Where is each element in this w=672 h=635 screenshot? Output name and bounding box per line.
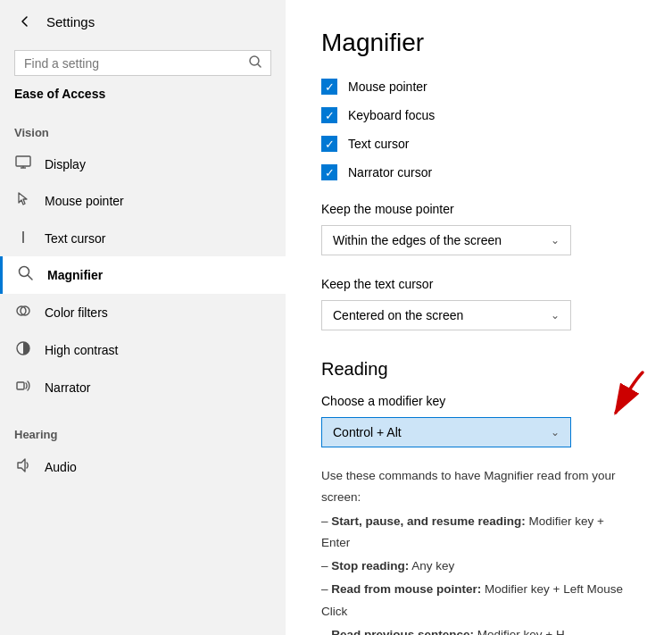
svg-marker-11	[18, 459, 25, 472]
checkmark-icon: ✓	[325, 81, 335, 93]
text-cursor-group: Keep the text cursor Centered on the scr…	[321, 277, 636, 330]
nav-audio[interactable]: Audio	[0, 448, 286, 486]
checkbox-text-cursor-box[interactable]: ✓	[321, 136, 337, 152]
commands-section: Use these commands to have Magnifier rea…	[321, 465, 636, 635]
text-cursor-icon: I	[14, 229, 32, 247]
checkbox-text-cursor: ✓ Text cursor	[321, 136, 636, 152]
audio-icon	[14, 457, 32, 477]
text-cursor-dropdown-value: Centered on the screen	[333, 308, 463, 322]
mouse-pointer-label: Mouse pointer	[45, 194, 124, 208]
color-filters-label: Color filters	[45, 305, 108, 320]
checkbox-keyboard-focus-label: Keyboard focus	[348, 108, 435, 122]
command-4: – Read previous sentence: Modifier key +…	[321, 624, 636, 635]
svg-line-1	[258, 64, 261, 67]
command-2-label: Stop reading:	[331, 559, 409, 572]
display-icon	[14, 155, 32, 173]
color-filters-icon	[14, 303, 32, 322]
high-contrast-label: High contrast	[45, 343, 118, 357]
mouse-pointer-group: Keep the mouse pointer Within the edges …	[321, 202, 636, 255]
mouse-pointer-icon	[14, 191, 32, 211]
sidebar-header: Settings	[0, 0, 286, 43]
svg-line-6	[28, 275, 32, 280]
mouse-pointer-dropdown-value: Within the edges of the screen	[333, 233, 502, 247]
checkbox-text-cursor-label: Text cursor	[348, 137, 409, 151]
vision-section-label: Vision	[0, 112, 286, 146]
svg-rect-10	[17, 382, 24, 389]
nav-mouse-pointer[interactable]: Mouse pointer	[0, 182, 286, 220]
command-2-value: Any key	[411, 559, 454, 572]
search-icon	[249, 55, 261, 71]
display-label: Display	[45, 157, 86, 171]
mouse-pointer-dropdown[interactable]: Within the edges of the screen ⌄	[321, 225, 571, 255]
svg-rect-2	[16, 156, 30, 166]
command-3: – Read from mouse pointer: Modifier key …	[321, 579, 636, 622]
text-cursor-label: Text cursor	[45, 231, 105, 246]
ease-of-access-label: Ease of Access	[0, 83, 286, 112]
back-button[interactable]	[14, 11, 36, 32]
checkbox-narrator-cursor-label: Narrator cursor	[348, 165, 432, 180]
checkbox-mouse-pointer-label: Mouse pointer	[348, 79, 427, 94]
search-box[interactable]	[14, 50, 271, 76]
page-title: Magnifier	[321, 29, 636, 57]
nav-high-contrast[interactable]: High contrast	[0, 331, 286, 369]
modifier-dropdown-value: Control + Alt	[333, 425, 402, 439]
audio-label: Audio	[45, 460, 77, 474]
mouse-pointer-dropdown-arrow: ⌄	[551, 234, 560, 246]
checkbox-keyboard-focus: ✓ Keyboard focus	[321, 107, 636, 123]
checkbox-narrator-cursor-box[interactable]: ✓	[321, 164, 337, 180]
nav-text-cursor[interactable]: I Text cursor	[0, 220, 286, 256]
command-1: – Start, pause, and resume reading: Modi…	[321, 511, 636, 555]
command-4-label: Read previous sentence:	[331, 628, 474, 635]
magnifier-icon	[17, 265, 35, 285]
checkbox-keyboard-focus-box[interactable]: ✓	[321, 107, 337, 123]
command-1-label: Start, pause, and resume reading:	[331, 514, 526, 528]
nav-magnifier[interactable]: Magnifier	[0, 256, 286, 294]
sidebar: Settings Ease of Access Vision Display	[0, 0, 286, 635]
modifier-dropdown-arrow: ⌄	[551, 426, 560, 439]
main-content: Magnifier ✓ Mouse pointer ✓ Keyboard foc…	[286, 0, 672, 635]
high-contrast-icon	[14, 340, 32, 360]
narrator-label: Narrator	[45, 380, 90, 395]
checkmark-icon: ✓	[325, 110, 335, 121]
checkmark-icon: ✓	[325, 138, 335, 150]
command-3-label: Read from mouse pointer:	[331, 582, 481, 596]
modifier-section: Choose a modifier key Control + Alt ⌄	[321, 394, 636, 447]
text-cursor-dropdown[interactable]: Centered on the screen ⌄	[321, 300, 571, 330]
checkbox-mouse-pointer: ✓ Mouse pointer	[321, 79, 636, 95]
checkbox-narrator-cursor: ✓ Narrator cursor	[321, 164, 636, 180]
narrator-icon	[14, 378, 32, 397]
command-2: – Stop reading: Any key	[321, 556, 636, 577]
magnifier-label: Magnifier	[47, 268, 103, 282]
nav-display[interactable]: Display	[0, 146, 286, 182]
red-arrow-indicator	[571, 363, 651, 426]
hearing-section-label: Hearing	[0, 414, 286, 448]
mouse-pointer-group-label: Keep the mouse pointer	[321, 202, 636, 216]
sidebar-title: Settings	[46, 14, 95, 29]
commands-intro: Use these commands to have Magnifier rea…	[321, 465, 636, 509]
search-input[interactable]	[24, 56, 242, 71]
command-4-value: Modifier key + H	[477, 628, 565, 635]
text-cursor-dropdown-arrow: ⌄	[551, 309, 560, 322]
checkmark-icon: ✓	[325, 167, 335, 179]
checkbox-mouse-pointer-box[interactable]: ✓	[321, 79, 337, 95]
nav-color-filters[interactable]: Color filters	[0, 294, 286, 331]
nav-narrator[interactable]: Narrator	[0, 369, 286, 406]
text-cursor-group-label: Keep the text cursor	[321, 277, 636, 291]
modifier-dropdown[interactable]: Control + Alt ⌄	[321, 417, 571, 447]
